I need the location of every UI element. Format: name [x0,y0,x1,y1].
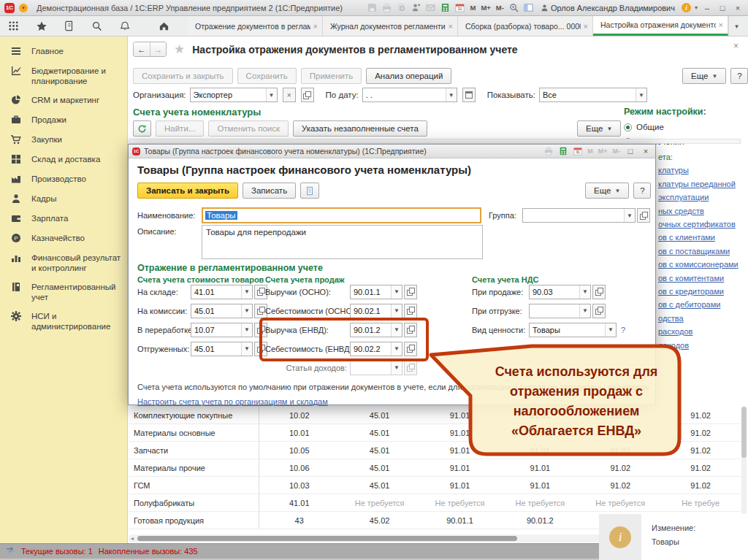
chevron-down-icon[interactable]: ▼ [391,285,402,299]
chevron-down-icon[interactable]: ▾ [695,4,698,11]
open-icon[interactable] [592,304,606,318]
send-icon[interactable] [425,2,436,13]
date-input[interactable]: . .▼ [362,88,457,102]
chevron-down-icon[interactable]: ▼ [636,88,646,101]
page-close-icon[interactable]: × [733,41,739,51]
tab-reflection-settings[interactable]: Настройка отражения документов в р...× [593,16,728,36]
open-icon[interactable] [592,285,606,299]
open-icon[interactable] [637,208,650,223]
dialog-more-button[interactable]: Еще▼ [585,183,629,199]
sidebar-item-master-data[interactable]: НСИ и администрирование [10,311,123,331]
analysis-button[interactable]: Анализ операций [366,68,451,84]
favorites-star-icon[interactable] [35,20,47,32]
account-select[interactable]: 41.01▼ [191,285,253,299]
memory-mplus-button[interactable]: M+ [480,4,491,12]
chevron-down-icon[interactable]: ▼ [241,323,252,337]
search-icon[interactable] [91,20,103,32]
sidebar-item-financial-result[interactable]: Финансовый результат и контроллинг [10,253,123,273]
chevron-down-icon[interactable]: ▼ [266,88,277,101]
account-select[interactable]: 90.02.2▼ [350,342,402,356]
history-icon[interactable] [63,20,75,32]
write-button[interactable]: Записать [243,183,296,199]
table-row[interactable]: Запчасти10.0545.0191.0191.0191.0291.02 [129,442,741,459]
notifications-bell-icon[interactable] [118,20,131,32]
close-icon[interactable]: × [584,22,588,31]
print-preview-icon[interactable] [396,2,407,13]
tab-list-dropdown[interactable]: ▾ [728,16,744,36]
sidebar-item-hr[interactable]: Кадры [10,193,123,204]
memory-mminus-button[interactable]: M- [495,4,505,12]
cancel-search-button[interactable]: Отменить поиск [208,120,289,137]
sidebar-item-purchasing[interactable]: Закупки [10,134,123,145]
list-more-button[interactable]: Еще▼ [577,120,621,137]
refresh-button[interactable] [133,120,151,137]
write-close-button[interactable]: Записать и закрыть [137,183,238,199]
save-close-button[interactable]: Сохранить и закрыть [133,68,233,84]
info-icon[interactable]: i [682,3,691,12]
account-link[interactable]: ов с кредиторами [658,285,746,298]
mode-option-common[interactable]: Общие [624,123,706,131]
account-link[interactable]: ов с комиссионерами [658,258,746,271]
close-icon[interactable]: × [719,20,723,29]
setup-accounts-link[interactable]: Настроить счета учета по организациям и … [137,397,328,406]
account-select[interactable]: 10.07▼ [191,323,253,337]
radio-icon[interactable] [624,123,632,131]
account-link[interactable]: расходов [658,325,746,338]
account-link[interactable]: ов с клиентами [658,231,746,244]
chevron-down-icon[interactable]: ▼ [391,342,402,356]
notification-text[interactable]: Товары [652,535,695,549]
back-button[interactable]: ← [134,42,150,56]
close-icon[interactable]: × [313,22,318,31]
income-item-select[interactable]: ▼ [350,361,402,375]
show-select[interactable]: Все▼ [539,88,647,102]
minimize-button[interactable]: – [701,4,713,12]
apply-button[interactable]: Применить [301,68,362,84]
related-docs-button[interactable] [300,183,319,199]
chevron-down-icon[interactable]: ▼ [241,285,252,299]
memory-m-button[interactable]: M [469,4,476,12]
table-row[interactable]: ГСМ10.0345.0191.0191.0191.0291.02 [129,477,741,494]
scroll-left-icon[interactable]: ◂ [129,535,136,542]
open-icon[interactable] [404,342,417,356]
chevron-down-icon[interactable]: ▼ [391,361,402,375]
chevron-down-icon[interactable]: ▼ [579,285,590,299]
group-select[interactable]: ▼ [522,208,636,223]
save-button[interactable]: Сохранить [237,68,297,84]
open-icon[interactable] [301,88,314,102]
account-link[interactable]: клатуры [658,164,746,177]
account-link[interactable]: эксплуатации [658,191,746,204]
help-button[interactable]: ? [730,68,748,84]
add-user-icon[interactable] [411,2,421,13]
notification-toast[interactable]: i Изменение: Товары [599,514,748,560]
account-link[interactable]: ных средств [658,204,746,218]
sidebar-item-payroll[interactable]: Зарплата [10,213,123,224]
value-kind-select[interactable]: Товары▼ [529,323,617,337]
main-menu-icon[interactable]: ▾ [19,4,28,12]
table-row[interactable]: Материалы прочие10.0645.0191.0191.0191.0… [129,459,741,477]
print-icon[interactable] [543,146,554,157]
print-icon[interactable] [381,2,392,13]
open-icon[interactable] [404,361,417,375]
maximize-button[interactable]: □ [717,4,728,12]
sidebar-item-budgeting[interactable]: Бюджетирование и планирование [10,66,123,86]
app-grid-icon[interactable] [7,20,20,32]
help-link[interactable]: ? [621,326,625,334]
tab-document-reflection[interactable]: Отражение документов в регламентир...× [188,16,323,36]
sidebar-item-warehouse[interactable]: Склад и доставка [10,154,123,165]
chevron-down-icon[interactable]: ▼ [241,304,252,318]
close-button[interactable]: × [732,4,744,12]
tab-document-journal[interactable]: Журнал документов регламентирован...× [323,16,458,36]
memory-mminus-button[interactable]: M- [612,147,622,155]
calendar-icon[interactable]: 31 [572,146,583,157]
account-link[interactable]: доходов [658,339,746,352]
account-link[interactable]: очных сертификатов [658,218,746,231]
account-link[interactable]: одства [658,312,746,325]
home-icon[interactable] [158,20,170,32]
calendar-icon[interactable]: 31 [454,2,465,13]
close-button[interactable]: × [640,147,652,156]
chevron-down-icon[interactable]: ▼ [241,342,252,356]
open-icon[interactable] [404,304,417,318]
account-select[interactable]: 90.03▼ [529,285,591,299]
account-link[interactable]: ов с дебиторами [658,298,746,311]
maximize-button[interactable]: □ [625,147,636,156]
